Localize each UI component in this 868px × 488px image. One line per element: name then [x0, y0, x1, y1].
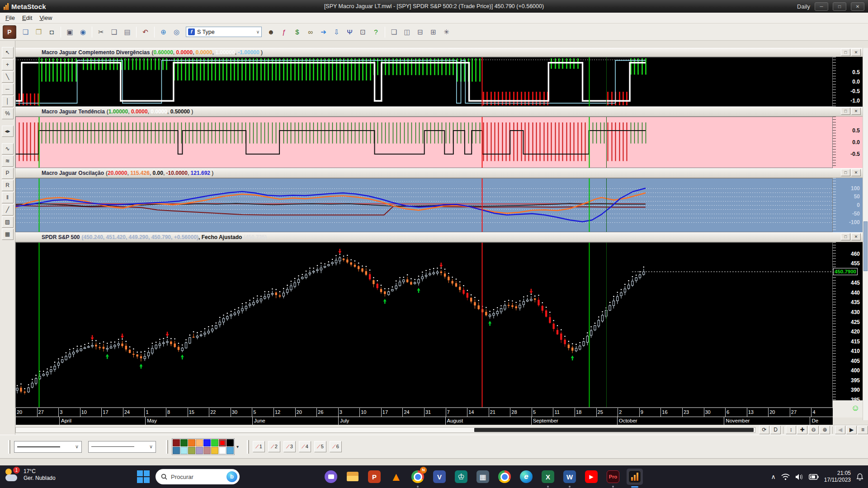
panel-close-button[interactable]: ✕ [851, 233, 861, 240]
trend-template-button-4[interactable]: ⟋4 [299, 441, 311, 452]
panel-close-button[interactable]: ✕ [851, 108, 861, 115]
horizontal-line-tool[interactable]: ─ [2, 84, 14, 95]
freehand-tool[interactable]: ≋ [2, 155, 14, 167]
next-button[interactable]: ▶ [846, 426, 857, 434]
tray-chevron-icon[interactable]: ∧ [771, 473, 776, 480]
p-study-tool[interactable]: P [2, 168, 14, 179]
cut-icon[interactable]: ✂ [95, 26, 107, 38]
color-swatch[interactable] [188, 447, 195, 454]
taskbar-pro-icon[interactable]: Pro [605, 469, 621, 485]
prev-button[interactable]: ◀ [835, 426, 845, 434]
symbol-type-combo[interactable]: fS Type∨ [186, 27, 262, 37]
toolbar-grip[interactable] [166, 440, 168, 454]
trend-template-button-5[interactable]: ⟋5 [314, 441, 326, 452]
scroll-arrows-tool[interactable]: ◂▸ [2, 126, 14, 137]
taskbar-powerpoint-icon[interactable]: P [366, 469, 382, 485]
save-icon[interactable]: ◘ [46, 26, 58, 38]
color-swatch[interactable] [196, 439, 203, 446]
color-swatch[interactable] [211, 439, 218, 446]
new-chart-icon[interactable]: ❏ [19, 26, 32, 38]
color-swatch[interactable] [180, 439, 188, 446]
tile-horizontal-icon[interactable]: ⊟ [414, 26, 426, 38]
ray-tool[interactable]: ╱ [2, 204, 14, 216]
dollar-icon[interactable]: $ [291, 26, 303, 38]
color-swatch[interactable] [173, 447, 180, 454]
bing-icon[interactable]: b [226, 471, 237, 482]
horizontal-scrollbar[interactable] [15, 427, 755, 433]
start-button[interactable] [136, 469, 151, 484]
print-icon[interactable]: ▣ [64, 26, 76, 38]
percent-tool[interactable]: % [2, 108, 14, 119]
vertical-scrollbar-thumb[interactable] [863, 221, 868, 271]
vertical-scale-button[interactable]: ↕ [786, 426, 796, 434]
taskbar-visio-icon[interactable]: V [431, 469, 448, 485]
hatch-tool[interactable]: ▨ [2, 216, 14, 228]
vertical-scrollbar[interactable] [863, 48, 868, 420]
color-swatch[interactable] [203, 439, 211, 446]
panel-header-oscilacao[interactable]: Macro Jaguar Oscilação(20.0000, 115.426,… [15, 168, 868, 178]
color-swatch[interactable] [219, 439, 226, 446]
taskbar-youtube-icon[interactable]: ▶ [583, 469, 599, 485]
app-power-button[interactable]: P [3, 25, 16, 39]
panel-plot-price[interactable]: 4604554454404354304254204154104054003953… [15, 242, 868, 408]
clock[interactable]: 21:05 17/11/2023 [824, 470, 851, 483]
arc-tool[interactable]: ∿ [2, 143, 14, 155]
vertical-line-tool[interactable]: │ [2, 96, 14, 107]
palette-dropdown-icon[interactable]: ▾ [236, 444, 239, 449]
color-swatch[interactable] [196, 447, 203, 454]
trend-template-button-3[interactable]: ⟋3 [283, 441, 296, 452]
taskbar-excel-icon[interactable]: X [540, 469, 556, 485]
panel-header-price[interactable]: SPDR S&P 500 (450.240, 451.420, 449.290,… [15, 232, 868, 242]
line-weight-combo[interactable]: ∨ [88, 441, 156, 453]
weather-widget[interactable]: 1 17°C Ger. Nublado [5, 468, 56, 482]
panel-maximize-button[interactable]: □ [841, 233, 850, 240]
zoom-out-button[interactable]: ⊖ [808, 426, 819, 434]
pan-button[interactable]: ✚ [797, 426, 807, 434]
maximize-button[interactable]: □ [833, 2, 846, 11]
panel-plot-tendencia[interactable]: 0.50.0-0.5 [15, 117, 868, 168]
toolbar-grip[interactable] [8, 440, 10, 454]
menu-item-file[interactable]: File [4, 14, 20, 22]
line-style-combo[interactable]: ∨ [14, 441, 82, 453]
minimize-button[interactable]: ─ [815, 2, 828, 11]
search-bar[interactable]: Procurar b [156, 469, 240, 484]
indicator-builder-icon[interactable]: ƒ [278, 26, 290, 38]
color-swatch[interactable] [219, 447, 226, 454]
layout-settings-icon[interactable]: ✳ [440, 26, 453, 38]
taskbar-chess-icon[interactable]: ♔ [453, 469, 469, 485]
panel-maximize-button[interactable]: □ [841, 169, 850, 176]
undo-icon[interactable]: ↶ [139, 26, 151, 38]
taskbar-explorer-icon[interactable] [344, 469, 361, 485]
panel-close-button[interactable]: ✕ [851, 49, 861, 56]
crosshair-icon[interactable]: ⊕ [157, 26, 170, 38]
bars-tool[interactable]: ‖ [2, 192, 14, 203]
taskbar-chrome-notification-icon[interactable]: N [410, 469, 426, 485]
r-study-tool[interactable]: R [2, 180, 14, 191]
color-swatch[interactable] [226, 447, 234, 454]
panel-maximize-button[interactable]: □ [841, 108, 850, 115]
trend-template-button-6[interactable]: ⟋6 [330, 441, 342, 452]
color-swatch[interactable] [211, 447, 218, 454]
taskbar-chrome-icon[interactable] [496, 469, 513, 485]
forecast-icon[interactable]: ➔ [317, 26, 330, 38]
trend-template-button-2[interactable]: ⟋2 [268, 441, 280, 452]
trend-template-button-1[interactable]: ⟋1 [253, 441, 265, 452]
report-icon[interactable]: ⊡ [357, 26, 369, 38]
pointer-tool[interactable]: ↖ [2, 47, 14, 58]
close-button[interactable]: ✕ [851, 2, 864, 11]
color-swatch[interactable] [173, 439, 180, 446]
taskbar-calculator-icon[interactable]: ▦ [475, 469, 491, 485]
crosshair-tool[interactable]: + [2, 59, 14, 70]
periodicity-button[interactable]: D [770, 426, 781, 434]
downloader-icon[interactable]: ⇩ [330, 26, 343, 38]
tile-quad-icon[interactable]: ⊞ [427, 26, 439, 38]
taskbar-edge-icon[interactable]: e [518, 469, 534, 485]
properties-button[interactable]: ≡ [858, 426, 868, 434]
color-swatch[interactable] [180, 447, 188, 454]
taskbar-word-icon[interactable]: W [561, 469, 578, 485]
panel-header-tendencia[interactable]: Macro Jaguar Tendência(1.00000, 0.0000, … [15, 107, 868, 117]
panel-close-button[interactable]: ✕ [851, 169, 861, 176]
print-preview-icon[interactable]: ◉ [77, 26, 89, 38]
color-swatch[interactable] [226, 439, 234, 446]
zoom-in-button[interactable]: ⊕ [820, 426, 830, 434]
